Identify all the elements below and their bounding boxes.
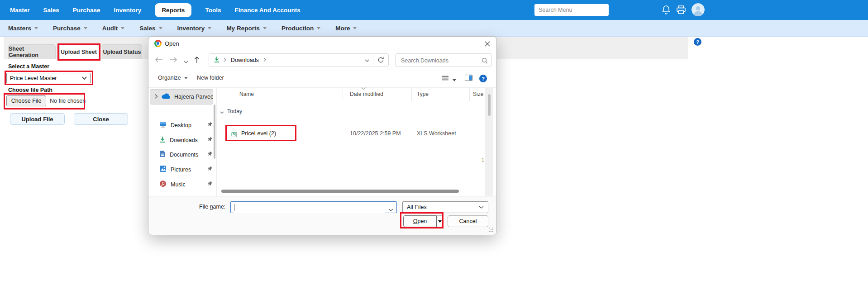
list-view-icon[interactable]	[442, 75, 449, 82]
sidebar-scrollbar[interactable]	[214, 105, 215, 159]
recent-locations-chevron-icon[interactable]	[184, 58, 188, 65]
dialog-footer: File name: All Files Open Cancel	[148, 196, 496, 235]
file-name-label: File name:	[199, 204, 225, 210]
dialog-titlebar[interactable]: Open	[148, 37, 496, 50]
chevron-down-icon	[84, 27, 87, 31]
menubar-item-audit[interactable]: Audit	[102, 25, 125, 32]
scrollbar-thumb[interactable]	[488, 94, 491, 116]
pin-icon	[207, 166, 213, 173]
menubar-item-masters[interactable]: Masters	[8, 25, 38, 32]
choose-file-button[interactable]: Choose File	[6, 95, 46, 106]
column-header-type[interactable]: Type	[417, 91, 429, 97]
file-name: PriceLevel (2)	[241, 130, 276, 137]
forward-icon[interactable]	[169, 57, 177, 64]
group-collapse-chevron-icon[interactable]	[220, 109, 224, 115]
organize-menu[interactable]: Organize	[158, 75, 188, 81]
upload-file-button[interactable]: Upload File	[10, 113, 65, 125]
up-icon[interactable]	[194, 56, 200, 65]
search-icon	[482, 57, 488, 65]
address-dropdown-chevron-icon[interactable]	[365, 57, 369, 63]
avatar[interactable]	[692, 3, 705, 16]
address-bar[interactable]: Downloads	[209, 53, 389, 67]
search-downloads-input[interactable]	[400, 54, 482, 67]
chevron-down-icon	[82, 76, 87, 80]
bell-icon[interactable]	[662, 5, 671, 17]
divider[interactable]	[343, 88, 343, 101]
refresh-icon[interactable]	[377, 57, 384, 65]
menubar-item-sales[interactable]: Sales	[139, 25, 162, 32]
file-list-scrollbar[interactable]	[485, 88, 493, 196]
tab-upload-status[interactable]: Upload Status	[102, 44, 142, 59]
chevron-down-icon[interactable]	[388, 206, 393, 213]
tab-upload-sheet[interactable]: Upload Sheet	[59, 44, 98, 59]
dialog-title: Open	[165, 40, 179, 47]
group-label-today[interactable]: Today	[227, 108, 242, 114]
dialog-help-button[interactable]: ?	[479, 75, 487, 82]
divider[interactable]	[469, 88, 470, 101]
breadcrumb-location[interactable]: Downloads	[231, 57, 259, 63]
expander-chevron-icon[interactable]	[154, 94, 158, 100]
sidebar-item-documents[interactable]: Documents	[159, 148, 213, 161]
chevron-down-icon	[263, 27, 267, 31]
sidebar-item-music[interactable]: Music	[159, 178, 213, 190]
chrome-icon	[154, 40, 162, 47]
sidebar-item-onedrive-user[interactable]: Hajeera Parveen	[150, 89, 213, 105]
breadcrumb-chevron-icon[interactable]	[263, 57, 267, 63]
downloads-icon	[214, 56, 220, 64]
pin-icon	[207, 151, 213, 158]
sidebar-item-downloads[interactable]: Downloads	[159, 134, 213, 146]
file-name-field	[230, 201, 397, 213]
pin-icon	[207, 137, 213, 143]
master-select-value: Price Level Master	[10, 75, 57, 81]
resize-grip-icon[interactable]	[489, 228, 490, 228]
chevron-down-icon	[479, 206, 484, 209]
top-nav: Master Sales Purchase Inventory Reports …	[0, 0, 868, 20]
open-dialog: Open Downloads	[148, 36, 497, 235]
menubar-item-my-reports[interactable]: My Reports	[226, 25, 267, 32]
sidebar-item-pictures[interactable]: Pictures	[159, 163, 213, 176]
file-name-input[interactable]	[234, 202, 385, 213]
divider	[216, 88, 217, 196]
nav-item-tools[interactable]: Tools	[205, 7, 221, 14]
open-split-dropdown[interactable]	[436, 215, 444, 227]
close-button[interactable]: Close	[74, 113, 128, 125]
chevron-down-icon	[159, 27, 162, 31]
nav-item-reports[interactable]: Reports	[155, 3, 191, 17]
preview-pane-icon[interactable]	[465, 75, 472, 82]
page-help-button[interactable]: ?	[694, 38, 701, 46]
file-row[interactable]: S PriceLevel (2) 10/22/2025 2:59 PM XLS …	[226, 125, 479, 142]
horizontal-scrollbar[interactable]	[221, 190, 459, 193]
nav-item-inventory[interactable]: Inventory	[114, 7, 142, 14]
view-options-chevron-icon[interactable]	[453, 79, 456, 83]
file-type-select[interactable]: All Files	[402, 201, 488, 213]
menubar-item-inventory[interactable]: Inventory	[177, 25, 212, 32]
desktop-icon	[159, 121, 167, 129]
nav-item-sales[interactable]: Sales	[43, 7, 59, 14]
nav-item-purchase[interactable]: Purchase	[73, 7, 100, 14]
search-menu-input[interactable]	[534, 4, 609, 16]
open-button[interactable]: Open	[403, 215, 437, 227]
back-icon[interactable]	[155, 57, 163, 64]
documents-icon	[159, 150, 166, 159]
chevron-down-icon	[184, 77, 188, 81]
file-type-value: All Files	[407, 204, 427, 210]
nav-item-master[interactable]: Master	[10, 7, 30, 14]
master-select[interactable]: Price Level Master	[6, 73, 91, 83]
column-header-size[interactable]: Size	[473, 91, 483, 97]
menubar-item-purchase[interactable]: Purchase	[53, 25, 87, 32]
close-icon[interactable]	[482, 40, 492, 48]
nav-item-finance-and-accounts[interactable]: Finance And Accounts	[234, 7, 300, 14]
printer-icon[interactable]	[676, 5, 686, 16]
divider[interactable]	[411, 88, 412, 101]
sidebar-item-desktop[interactable]: Desktop	[159, 119, 213, 131]
new-folder-button[interactable]: New folder	[197, 75, 224, 81]
menubar-item-production[interactable]: Production	[281, 25, 320, 32]
cancel-button[interactable]: Cancel	[448, 215, 488, 227]
pin-icon	[207, 181, 213, 188]
text-caret	[234, 204, 234, 211]
menubar-item-more[interactable]: More	[335, 25, 357, 32]
column-header-name[interactable]: Name	[239, 91, 254, 97]
divider	[154, 111, 209, 111]
column-header-date-modified[interactable]: Date modified	[350, 91, 383, 97]
tab-sheet-generation[interactable]: Sheet Generation	[8, 44, 56, 59]
